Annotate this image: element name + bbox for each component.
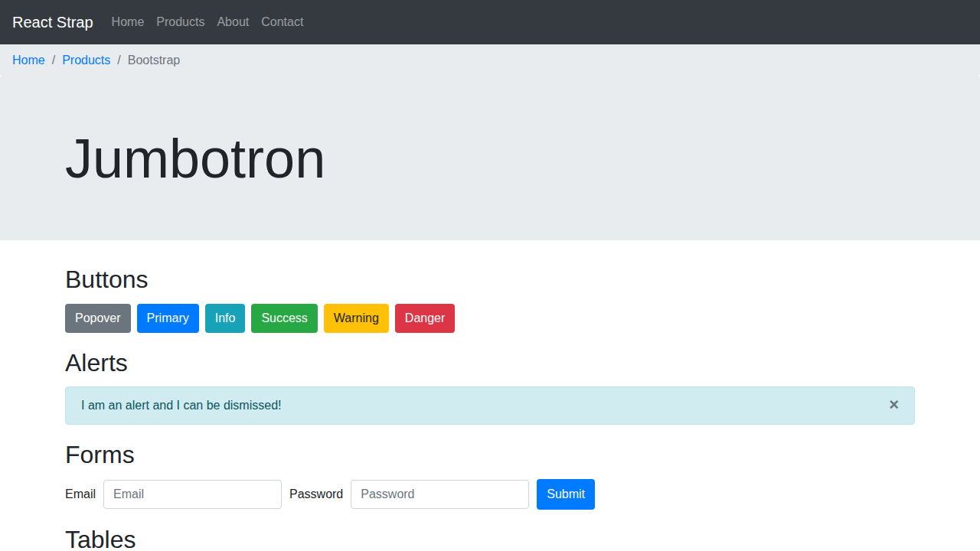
button-row: Popover Primary Info Success Warning Dan… [65,304,915,333]
breadcrumb-item-home[interactable]: Home [12,54,45,67]
alert: I am an alert and I can be dismissed! × [65,386,915,425]
alert-close-button[interactable]: × [886,396,902,413]
alerts-heading: Alerts [65,348,915,377]
jumbotron: Jumbotron [0,77,980,240]
popover-button[interactable]: Popover [65,304,131,333]
breadcrumb-separator: / [52,54,55,67]
breadcrumb-item-products[interactable]: Products [62,54,110,67]
password-field[interactable] [351,480,529,509]
jumbotron-container: Jumbotron [65,126,915,191]
navbar-menu: Home Products About Contact [106,9,310,35]
forms-heading: Forms [65,440,915,469]
navbar-brand[interactable]: React Strap [12,11,93,34]
nav-item-about[interactable]: About [211,9,255,35]
buttons-heading: Buttons [65,265,915,294]
alert-text: I am an alert and I can be dismissed! [81,399,281,412]
warning-button[interactable]: Warning [324,304,389,333]
nav-item-contact[interactable]: Contact [255,9,309,35]
navbar: React Strap Home Products About Contact [0,0,980,44]
main-content: Buttons Popover Primary Info Success War… [65,265,915,551]
jumbotron-title: Jumbotron [65,126,915,191]
nav-item-products[interactable]: Products [150,9,211,35]
breadcrumb-separator: / [117,54,120,67]
success-button[interactable]: Success [251,304,317,333]
email-field[interactable] [103,480,282,509]
info-button[interactable]: Info [205,304,246,333]
password-label: Password [289,487,343,501]
submit-button[interactable]: Submit [537,479,595,510]
primary-button[interactable]: Primary [137,304,199,333]
breadcrumb-item-current: Bootstrap [128,54,180,67]
tables-heading: Tables [65,525,915,551]
nav-item-home[interactable]: Home [106,9,151,35]
email-label: Email [65,487,96,501]
breadcrumb: Home / Products / Bootstrap [0,44,980,77]
danger-button[interactable]: Danger [395,304,455,333]
inline-form: Email Password Submit [65,479,915,510]
